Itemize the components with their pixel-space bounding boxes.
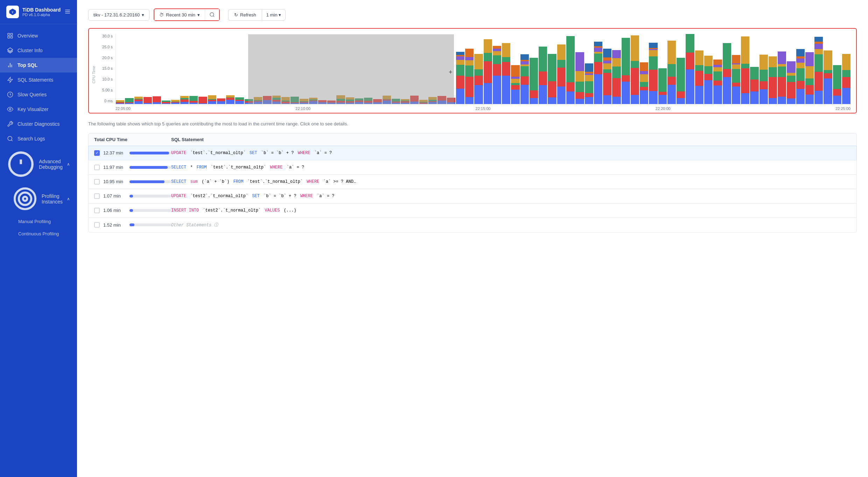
sidebar-item-advanced-debugging[interactable]: Advanced Debugging ∧ bbox=[0, 146, 77, 182]
bar-segment bbox=[649, 43, 657, 48]
table-row[interactable]: 1.52 min Other Statements ⓘ bbox=[88, 217, 857, 233]
bar-segment bbox=[622, 38, 630, 75]
bar-segment bbox=[622, 82, 630, 104]
sidebar-item-cluster-diagnostics[interactable]: Cluster Diagnostics bbox=[0, 117, 77, 131]
table-row[interactable]: 11.97 min SELECT * FROM `test`.`t_normal… bbox=[88, 160, 857, 174]
crosshair-icon: + bbox=[449, 69, 453, 76]
chart-container: CPU Time 30.0 s 25.0 s 20.0 s 15.0 s 10.… bbox=[88, 28, 857, 113]
row-checkbox-empty[interactable] bbox=[94, 165, 100, 170]
sidebar-item-top-sql[interactable]: Top SQL bbox=[0, 58, 77, 72]
chart-bar bbox=[493, 46, 501, 104]
cpu-bar-bg bbox=[130, 152, 171, 154]
bar-segment bbox=[594, 42, 602, 47]
bar-segment bbox=[603, 95, 611, 104]
chart-bar bbox=[603, 49, 611, 104]
bar-segment bbox=[235, 97, 244, 100]
chart-bars[interactable]: + bbox=[115, 34, 850, 104]
bar-segment bbox=[805, 52, 814, 66]
chart-bar bbox=[640, 62, 648, 104]
row-checkbox[interactable]: ✓ bbox=[94, 150, 100, 156]
table-row[interactable]: 1.07 min UPDATE `test2`.`t_normal_oltp` … bbox=[88, 189, 857, 203]
bar-segment bbox=[539, 85, 547, 104]
layers-icon bbox=[7, 47, 13, 54]
y-tick-3: 15.0 s bbox=[102, 67, 113, 70]
bar-segment bbox=[456, 76, 464, 89]
bar-segment bbox=[465, 57, 474, 60]
svg-point-16 bbox=[8, 136, 12, 140]
row-checkbox-empty[interactable] bbox=[94, 179, 100, 185]
time-range-button[interactable]: ⏱ Recent 30 min ▾ bbox=[154, 9, 205, 20]
chart-bar bbox=[566, 36, 575, 104]
bar-segment bbox=[502, 76, 510, 104]
bar-segment bbox=[575, 82, 584, 92]
sidebar-item-sql-statements[interactable]: SQL Statements bbox=[0, 72, 77, 87]
sidebar-item-profiling-instances-label: Profiling Instances bbox=[42, 193, 63, 205]
interval-selector[interactable]: 1 min ▾ bbox=[262, 9, 286, 21]
bar-segment bbox=[750, 80, 758, 92]
refresh-button[interactable]: ↻ Refresh bbox=[228, 9, 262, 21]
table-header: Total CPU Time SQL Statement bbox=[88, 133, 857, 146]
bar-segment bbox=[631, 68, 639, 95]
cpu-cell: 10.95 min bbox=[94, 179, 171, 185]
chart-bar bbox=[750, 67, 758, 104]
bar-segment bbox=[713, 85, 722, 104]
table-row[interactable]: ✓ 12.37 min UPDATE `test`.`t_normal_oltp… bbox=[88, 146, 857, 160]
bar-segment bbox=[226, 100, 234, 104]
sidebar-item-manual-profiling[interactable]: Manual Profiling bbox=[0, 215, 77, 228]
bar-segment bbox=[456, 60, 464, 65]
zoom-button[interactable] bbox=[205, 9, 219, 20]
sidebar-item-slow-queries-label: Slow Queries bbox=[18, 92, 47, 97]
table-description: The following table shows which top 5 qu… bbox=[88, 120, 857, 127]
bar-segment bbox=[557, 44, 566, 60]
bar-segment bbox=[769, 98, 777, 104]
chart-bar bbox=[713, 60, 722, 104]
cpu-time-value: 1.52 min bbox=[103, 222, 126, 228]
bar-segment bbox=[456, 52, 464, 55]
chevron-down-icon: ∧ bbox=[67, 196, 70, 201]
sidebar-toggle-button[interactable] bbox=[64, 8, 71, 16]
row-checkbox-empty[interactable] bbox=[94, 193, 100, 199]
bar-segment bbox=[704, 74, 713, 80]
chart-bar bbox=[704, 56, 713, 104]
bar-segment bbox=[824, 78, 832, 104]
bar-segment bbox=[557, 87, 566, 104]
sidebar-item-manual-profiling-label: Manual Profiling bbox=[18, 219, 51, 224]
sql-keyword: SELECT bbox=[171, 179, 186, 184]
bar-segment bbox=[520, 66, 529, 76]
sidebar-item-profiling-instances[interactable]: Profiling Instances ∧ bbox=[0, 182, 77, 215]
svg-line-17 bbox=[11, 140, 12, 141]
bar-segment bbox=[594, 54, 602, 62]
chart-bar bbox=[226, 95, 234, 104]
bar-segment bbox=[658, 68, 667, 92]
row-checkbox-empty[interactable] bbox=[94, 208, 100, 213]
y-tick-5: 5.00 s bbox=[102, 88, 113, 92]
bar-segment bbox=[723, 69, 731, 77]
sidebar-item-key-visualizer[interactable]: Key Visualizer bbox=[0, 102, 77, 117]
bar-segment bbox=[557, 60, 566, 68]
cpu-bar-bg bbox=[130, 223, 171, 226]
bar-segment bbox=[208, 95, 216, 99]
table-row[interactable]: 1.06 min INSERT INTO `test2`.`t_normal_o… bbox=[88, 203, 857, 217]
chart-selection-overlay[interactable]: + bbox=[248, 34, 454, 104]
sidebar-item-slow-queries[interactable]: Slow Queries bbox=[0, 87, 77, 102]
svg-point-24 bbox=[210, 13, 214, 16]
time-range-group: ⏱ Recent 30 min ▾ bbox=[154, 8, 220, 21]
bar-segment bbox=[575, 71, 584, 82]
refresh-label: Refresh bbox=[240, 12, 256, 18]
row-checkbox-empty[interactable] bbox=[94, 222, 100, 228]
bar-segment bbox=[713, 60, 722, 64]
chart-bar bbox=[134, 97, 143, 104]
sql-keyword: sum bbox=[188, 179, 198, 184]
y-tick-1: 25.0 s bbox=[102, 45, 113, 49]
table-row[interactable]: 10.95 min SELECT sum (`a` + `b`) FROM `t… bbox=[88, 174, 857, 189]
bar-segment bbox=[686, 53, 694, 69]
sidebar-item-overview[interactable]: Overview bbox=[0, 28, 77, 43]
bar-segment bbox=[585, 75, 593, 81]
sidebar-item-continuous-profiling[interactable]: Continuous Profiling bbox=[0, 228, 77, 240]
sidebar-item-search-logs[interactable]: Search Logs bbox=[0, 131, 77, 146]
bar-segment bbox=[677, 98, 685, 104]
bar-segment bbox=[805, 66, 814, 78]
chart-bar bbox=[585, 63, 593, 104]
sidebar-item-cluster-info[interactable]: Cluster Info bbox=[0, 43, 77, 58]
instance-selector[interactable]: tikv - 172.31.6.2:20160 ▾ bbox=[88, 9, 149, 21]
